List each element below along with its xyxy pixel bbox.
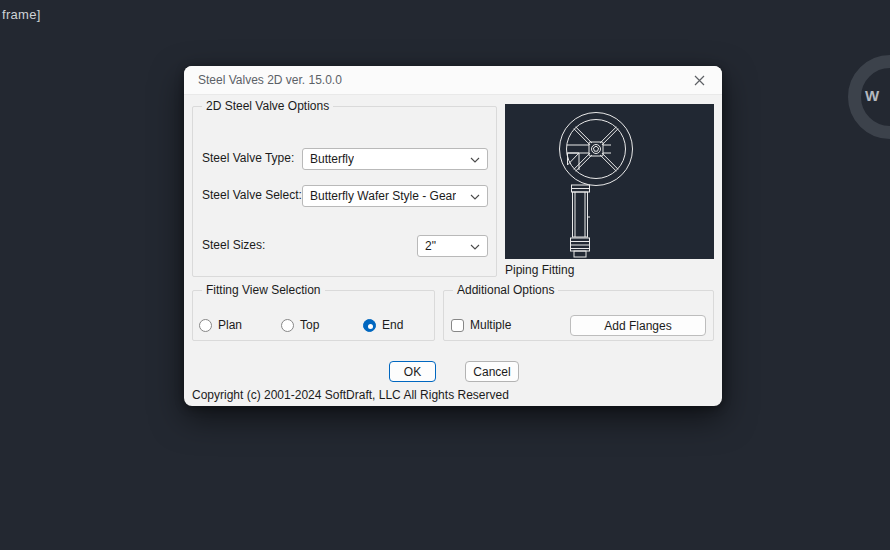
radio-label: Top (300, 318, 319, 332)
group-label: Fitting View Selection (202, 283, 325, 297)
close-icon (694, 75, 705, 86)
multiple-checkbox[interactable]: Multiple (451, 318, 511, 332)
radio-label: Plan (218, 318, 242, 332)
chevron-down-icon (470, 157, 480, 163)
application-canvas: frame] W Steel Valves 2D ver. 15.0.0 2D … (0, 0, 890, 550)
viewcube-west-label[interactable]: W (862, 87, 882, 104)
steel-valve-select-label: Steel Valve Select: (202, 188, 302, 202)
steel-sizes-label: Steel Sizes: (202, 238, 265, 252)
butterfly-valve-end-view-drawing (505, 104, 714, 259)
ok-button[interactable]: OK (389, 361, 436, 382)
radio-icon (199, 319, 212, 332)
radio-end[interactable]: End (363, 318, 403, 332)
radio-label: End (382, 318, 403, 332)
piping-fitting-caption: Piping Fitting (505, 263, 574, 277)
valve-preview-panel (505, 104, 714, 259)
selected-value: Butterfly (310, 152, 354, 166)
steel-valve-type-select[interactable]: Butterfly (302, 148, 488, 170)
chevron-down-icon (470, 194, 480, 200)
steel-sizes-select[interactable]: 2" (417, 235, 488, 257)
selected-value: 2" (425, 239, 436, 253)
steel-valves-dialog: Steel Valves 2D ver. 15.0.0 2D Steel Val… (184, 66, 722, 406)
group-label: Additional Options (453, 283, 558, 297)
chevron-down-icon (470, 244, 480, 250)
group-additional-options: Additional Options Multiple Add Flanges (443, 290, 714, 341)
group-label: 2D Steel Valve Options (202, 99, 333, 113)
radio-icon (363, 319, 376, 332)
copyright-text: Copyright (c) 2001-2024 SoftDraft, LLC A… (192, 388, 509, 402)
radio-plan[interactable]: Plan (199, 318, 242, 332)
steel-valve-type-label: Steel Valve Type: (202, 151, 294, 165)
radio-icon (281, 319, 294, 332)
close-button[interactable] (684, 66, 714, 95)
dialog-titlebar[interactable]: Steel Valves 2D ver. 15.0.0 (184, 66, 722, 95)
radio-top[interactable]: Top (281, 318, 319, 332)
dialog-title: Steel Valves 2D ver. 15.0.0 (198, 66, 342, 95)
selected-value: Butterfly Wafer Style - Gear (310, 189, 456, 203)
add-flanges-button[interactable]: Add Flanges (570, 315, 706, 336)
checkbox-icon (451, 319, 464, 332)
cancel-button[interactable]: Cancel (465, 361, 519, 382)
viewport-style-label[interactable]: frame] (2, 7, 41, 22)
group-fitting-view-selection: Fitting View Selection Plan Top End (192, 290, 435, 341)
checkbox-label: Multiple (470, 318, 511, 332)
steel-valve-select-select[interactable]: Butterfly Wafer Style - Gear (302, 185, 488, 207)
